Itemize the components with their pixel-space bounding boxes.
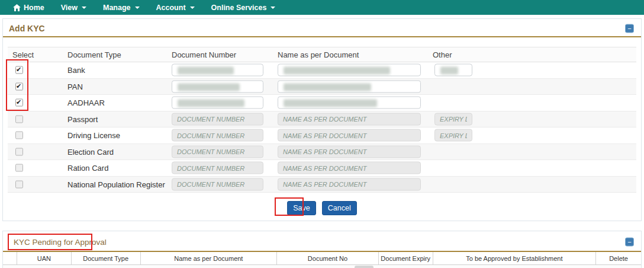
name-input[interactable] [278,129,421,142]
panel-title: Add KYC [9,24,45,33]
kyc-page: Home View Manage Account Online Services… [0,0,644,268]
select-checkbox[interactable] [15,82,23,90]
other-input[interactable] [434,64,472,76]
col-header-uan: UAN [17,252,72,264]
name-input[interactable] [278,80,421,92]
document-type-label: Bank [67,66,85,75]
document-type-label: Ration Card [67,164,108,173]
pending-table-row [3,265,641,268]
caret-down-icon [135,7,140,9]
name-input[interactable] [278,162,421,174]
form-table-header: Select Document Type Document Number Nam… [8,47,636,62]
pending-panel-title: KYC Pending for Approval [14,237,107,246]
nav-view-label: View [61,4,78,12]
document-number-input[interactable] [172,64,263,76]
name-input[interactable] [278,113,421,125]
document-number-input[interactable] [172,97,263,109]
document-number-input[interactable] [172,113,263,125]
document-number-input[interactable] [172,80,263,92]
col-header-delete: Delete [596,252,641,264]
nav-home[interactable]: Home [5,0,53,15]
select-checkbox[interactable] [15,164,23,172]
expiry-date-input[interactable] [434,129,472,142]
redacted-value [440,67,458,75]
pending-table: UAN Document Type Name as per Document D… [3,252,641,268]
col-header-document-no: Document No [277,252,379,264]
table-row-aadhaar: AADHAAR [8,95,636,111]
nav-manage[interactable]: Manage [95,0,148,15]
collapse-minus-icon: − [627,238,631,245]
redacted-value [284,67,390,75]
name-input[interactable] [278,64,421,76]
redacted-value [178,67,234,75]
home-icon [13,4,21,11]
select-checkbox[interactable] [15,115,23,123]
col-header-select: Select [12,50,34,59]
select-checkbox[interactable] [15,180,23,188]
form-actions: SaveCancel [3,201,641,215]
table-row-driving-license: Driving License [8,127,636,144]
table-row-ration-card: Ration Card [8,160,636,177]
select-checkbox[interactable] [15,99,23,107]
nav-online-services-label: Online Services [211,4,267,12]
collapse-minus-icon: − [627,25,631,32]
expiry-date-input[interactable] [434,113,472,125]
caret-down-icon [82,7,86,9]
select-checkbox[interactable] [15,148,23,155]
add-kyc-panel: Add KYC − Select Document Type Document … [2,18,642,221]
nav-manage-label: Manage [103,4,131,12]
table-row-npr: National Population Register [8,177,636,193]
col-header-document-expiry: Document Expiry [379,252,433,264]
table-row-pan: PAN [8,79,636,95]
redacted-value [284,83,371,91]
save-button[interactable]: Save [287,201,316,215]
col-header-name: Name as per Document [141,252,278,264]
kyc-pending-panel: KYC Pending for Approval − UAN Document … [2,231,642,268]
top-navbar: Home View Manage Account Online Services [0,0,644,15]
table-row-passport: Passport [8,111,636,128]
nav-account[interactable]: Account [148,0,203,15]
table-row-bank: Bank [8,62,636,79]
collapse-button[interactable]: − [625,24,634,33]
nav-online-services[interactable]: Online Services [203,0,284,15]
nav-home-label: Home [24,4,44,12]
redacted-value [178,100,244,107]
caret-down-icon [271,7,275,9]
redacted-value [178,83,240,91]
name-input[interactable] [278,97,421,109]
name-input[interactable] [278,178,421,190]
cancel-button[interactable]: Cancel [322,201,357,215]
select-checkbox[interactable] [15,132,23,139]
document-number-input[interactable] [172,178,263,190]
table-row-election-card: Election Card [8,144,636,161]
kyc-pending-panel-header: KYC Pending for Approval − [3,231,641,252]
document-type-label: Driving License [67,131,120,140]
nav-view[interactable]: View [53,0,95,15]
col-header-to-be-approved: To be Approved by Establishment [433,252,596,264]
pending-table-header: UAN Document Type Name as per Document D… [3,252,641,265]
select-checkbox[interactable] [15,66,23,74]
nav-account-label: Account [156,4,186,12]
add-kyc-panel-header: Add KYC − [3,19,641,37]
col-header-document-type: Document Type [72,252,141,264]
col-header-document-number: Document Number [172,50,236,59]
name-input[interactable] [278,145,421,158]
header-divider [3,36,641,37]
document-type-label: Passport [67,114,98,123]
col-header-blank [3,252,17,264]
redacted-value [355,266,373,268]
kyc-form-table: Select Document Type Document Number Nam… [8,47,636,193]
document-number-input[interactable] [172,145,263,158]
redacted-value [284,100,377,107]
col-header-other: Other [433,50,452,59]
document-type-label: Election Card [67,147,114,156]
collapse-button[interactable]: − [625,237,634,246]
document-type-label: National Population Register [67,180,165,189]
document-number-input[interactable] [172,162,263,174]
document-type-label: AADHAAR [67,98,105,107]
document-type-label: PAN [67,82,83,91]
col-header-document-type: Document Type [67,50,121,59]
document-number-input[interactable] [172,129,263,142]
col-header-name: Name as per Document [278,50,359,59]
caret-down-icon [190,7,195,9]
